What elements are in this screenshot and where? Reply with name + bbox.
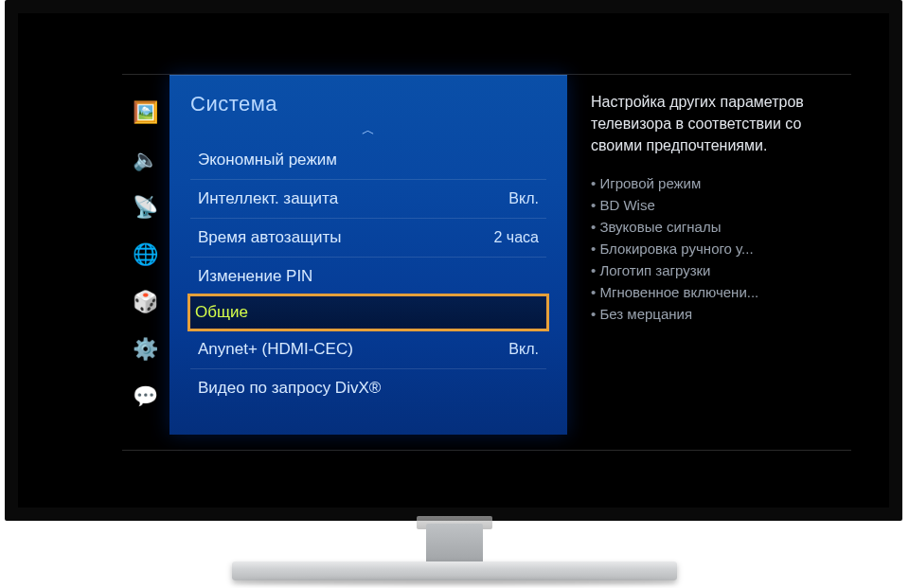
menu-item-value: 2 часа (494, 229, 539, 246)
picture-icon[interactable]: 🖼️ (131, 98, 159, 127)
menu-item-change-pin[interactable]: Изменение PIN (190, 257, 546, 295)
system-icon[interactable]: ⚙️ (131, 335, 159, 364)
network-icon[interactable]: 📡 (131, 193, 159, 222)
description-list: Игровой режим BD Wise Звуковые сигналы Б… (591, 172, 851, 325)
description-bullet: Блокировка ручного у... (591, 238, 851, 259)
settings-panel: Система ︿ Экономный режим Интеллект. защ… (169, 75, 567, 435)
apps-icon[interactable]: 🎲 (131, 288, 159, 316)
support-icon[interactable]: 💬 (131, 383, 159, 411)
smarthub-icon[interactable]: 🌐 (131, 241, 159, 269)
menu-item-divx[interactable]: Видео по запросу DivX® (190, 368, 546, 407)
description-text: Настройка других параметров телевизора в… (591, 91, 851, 157)
menu-item-general[interactable]: Общие (187, 294, 549, 331)
description-panel: Настройка других параметров телевизора в… (591, 91, 851, 325)
menu-item-auto-protect-time[interactable]: Время автозащиты 2 часа (190, 218, 546, 257)
menu-item-label: Интеллект. защита (198, 189, 338, 208)
menu-item-label: Экономный режим (198, 151, 337, 169)
panel-title: Система (190, 92, 546, 116)
menu-item-value: Вкл. (508, 190, 539, 207)
scroll-up-icon[interactable]: ︿ (190, 122, 546, 137)
tv-stand-neck (426, 524, 483, 565)
sound-icon[interactable]: 🔈 (131, 146, 159, 174)
description-bullet: Игровой режим (591, 172, 851, 194)
menu-item-label: Видео по запросу DivX® (198, 379, 381, 398)
menu-item-anynet[interactable]: Anynet+ (HDMI-CEC) Вкл. (190, 330, 546, 368)
menu-item-smart-security[interactable]: Интеллект. защита Вкл. (190, 179, 546, 218)
description-bullet: Мгновенное включени... (591, 281, 851, 303)
menu-list: Экономный режим Интеллект. защита Вкл. В… (190, 141, 546, 407)
tv-stand-base (232, 561, 677, 580)
menu-item-eco[interactable]: Экономный режим (190, 141, 546, 179)
tv-frame: 🖼️ 🔈 📡 🌐 🎲 ⚙️ 💬 Система ︿ Экономный режи… (5, 0, 902, 521)
description-bullet: BD Wise (591, 194, 851, 216)
menu-item-label: Общие (195, 303, 248, 322)
menu-item-label: Время автозащиты (198, 228, 342, 247)
description-bullet: Логотип загрузки (591, 259, 851, 281)
menu-item-label: Anynet+ (HDMI-CEC) (198, 340, 353, 359)
tv-screen: 🖼️ 🔈 📡 🌐 🎲 ⚙️ 💬 Система ︿ Экономный режи… (18, 13, 889, 508)
menu-item-label: Изменение PIN (198, 267, 312, 286)
description-bullet: Без мерцания (591, 303, 851, 325)
description-bullet: Звуковые сигналы (591, 216, 851, 238)
menu-item-value: Вкл. (508, 341, 539, 358)
settings-sidebar: 🖼️ 🔈 📡 🌐 🎲 ⚙️ 💬 (127, 98, 163, 411)
